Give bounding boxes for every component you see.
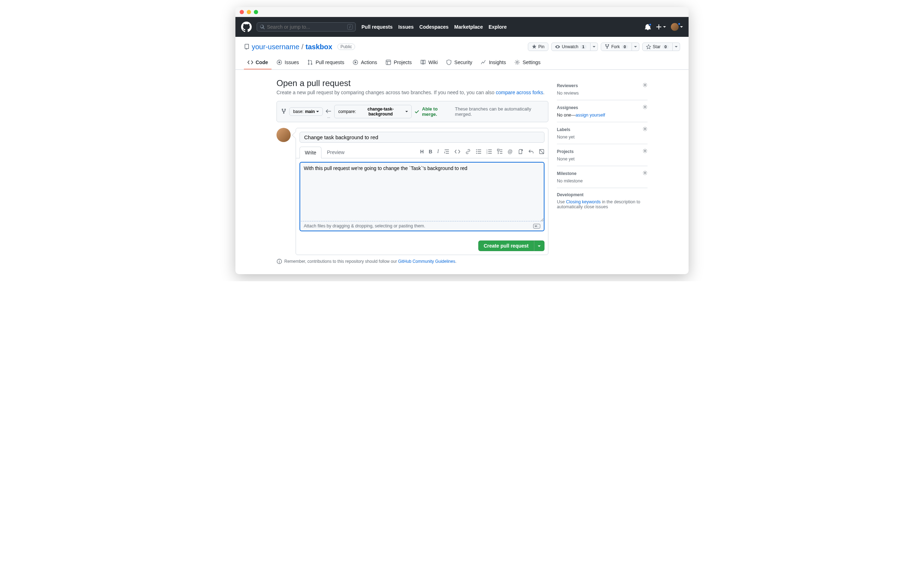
pr-title-input[interactable] [300,132,544,143]
star-label: Star [653,44,661,49]
tab-wiki[interactable]: Wiki [417,56,441,69]
diff-icon[interactable] [539,149,544,155]
labels-gear-icon[interactable] [643,126,647,132]
tab-insights[interactable]: Insights [477,56,510,69]
pr-body-textarea[interactable] [300,162,544,222]
window-min-dot[interactable] [247,10,251,14]
window-max-dot[interactable] [254,10,258,14]
code-icon[interactable] [455,149,460,155]
assignees-body: No one—assign yourself [557,112,647,117]
svg-point-4 [311,64,312,65]
svg-point-17 [644,84,646,86]
development-block: Development Use Closing keywords in the … [557,188,647,213]
create-pull-request-dropdown[interactable] [534,241,544,251]
nav-explore[interactable]: Explore [488,24,507,30]
write-tab[interactable]: Write [300,147,322,159]
compare-icon [281,109,286,114]
reply-icon[interactable] [528,149,534,155]
assignees-block: Assignees No one—assign yourself [557,100,647,122]
tab-pull-requests[interactable]: Pull requests [304,56,348,69]
svg-point-7 [516,62,518,63]
reviewers-block: Reviewers No reviews [557,78,647,100]
repo-owner-link[interactable]: your-username [252,43,300,51]
nav-issues[interactable]: Issues [398,24,414,30]
repo-header: your-username / taskbox Public Pin Unwat… [236,37,688,51]
labels-title: Labels [557,127,570,132]
task-list-icon[interactable] [497,149,503,155]
global-search-input[interactable] [267,24,347,30]
assignees-gear-icon[interactable] [643,104,647,111]
tab-code[interactable]: Code [244,56,272,69]
nav-marketplace[interactable]: Marketplace [454,24,483,30]
fork-dropdown[interactable] [632,43,639,51]
link-icon[interactable] [465,149,471,155]
tab-settings[interactable]: Settings [511,56,544,69]
bold-icon[interactable]: B [429,149,432,155]
tab-security[interactable]: Security [442,56,476,69]
nav-pull-requests[interactable]: Pull requests [361,24,393,30]
reference-icon[interactable] [518,149,523,155]
merge-message: These branches can be automatically merg… [455,106,544,117]
page-title: Open a pull request [277,78,548,88]
slash-shortcut-hint: / [347,24,353,30]
user-status-dot [678,22,681,25]
base-branch-select[interactable]: base: main [289,107,323,116]
star-button[interactable]: Star 0 [642,43,673,51]
preview-tab[interactable]: Preview [322,146,350,158]
svg-point-21 [644,172,646,173]
repo-tabs: Code Issues Pull requests Actions Projec… [236,56,688,70]
create-new-dropdown[interactable] [656,24,666,30]
global-header: / Pull requests Issues Codespaces Market… [236,17,688,37]
pin-button[interactable]: Pin [528,43,548,51]
assignees-title: Assignees [557,105,578,110]
star-dropdown[interactable] [673,43,680,51]
star-count: 0 [662,45,669,49]
global-search[interactable]: / [257,22,356,31]
markdown-badge-icon[interactable]: M↓ [533,224,540,228]
mention-icon[interactable]: @ [508,149,513,155]
attach-hint-row[interactable]: Attach files by dragging & dropping, sel… [300,221,544,231]
ordered-list-icon[interactable]: 123 [487,149,492,155]
notifications-button[interactable] [645,24,651,30]
tab-issues[interactable]: Issues [273,56,302,69]
reviewers-gear-icon[interactable] [643,83,647,89]
repo-visibility-badge: Public [337,44,355,50]
tab-actions[interactable]: Actions [349,56,381,69]
nav-codespaces[interactable]: Codespaces [419,24,449,30]
reviewers-body: No reviews [557,91,647,96]
pr-form-box: Write Preview H B I 123 [295,128,548,255]
labels-block: Labels None yet [557,122,647,144]
italic-icon[interactable]: I [437,149,439,155]
unwatch-count: 1 [580,45,587,49]
closing-keywords-link[interactable]: Closing keywords [566,200,601,204]
development-title: Development [557,192,583,197]
svg-rect-6 [386,60,391,65]
projects-gear-icon[interactable] [643,149,647,154]
pin-label: Pin [538,44,544,49]
milestone-block: Milestone No milestone [557,166,647,188]
milestone-gear-icon[interactable] [643,170,647,177]
page-subtitle: Create a new pull request by comparing c… [277,89,548,95]
create-pull-request-button[interactable]: Create pull request [478,241,534,251]
compare-box: base: main compare: change-task-backgrou… [277,101,548,122]
check-icon [414,109,419,114]
repo-name-link[interactable]: taskbox [305,43,332,51]
compare-branch-select[interactable]: compare: change-task-background [334,105,411,118]
quote-icon[interactable] [444,149,450,155]
assign-yourself-link[interactable]: assign yourself [576,112,605,117]
milestone-body: No milestone [557,178,647,183]
github-logo[interactable] [241,21,252,32]
fork-button[interactable]: Fork 0 [601,43,632,51]
tab-projects[interactable]: Projects [382,56,415,69]
info-icon [277,259,282,264]
user-menu[interactable] [671,23,683,31]
community-guidelines-link[interactable]: GitHub Community Guidelines [398,259,455,264]
unordered-list-icon[interactable] [476,149,482,155]
compare-forks-link[interactable]: compare across forks [496,89,543,95]
merge-status: Able to merge. [422,106,452,117]
heading-icon[interactable]: H [420,149,424,155]
window-close-dot[interactable] [240,10,244,14]
svg-point-19 [644,128,646,130]
unwatch-button[interactable]: Unwatch 1 [551,43,591,51]
unwatch-dropdown[interactable] [591,43,598,51]
